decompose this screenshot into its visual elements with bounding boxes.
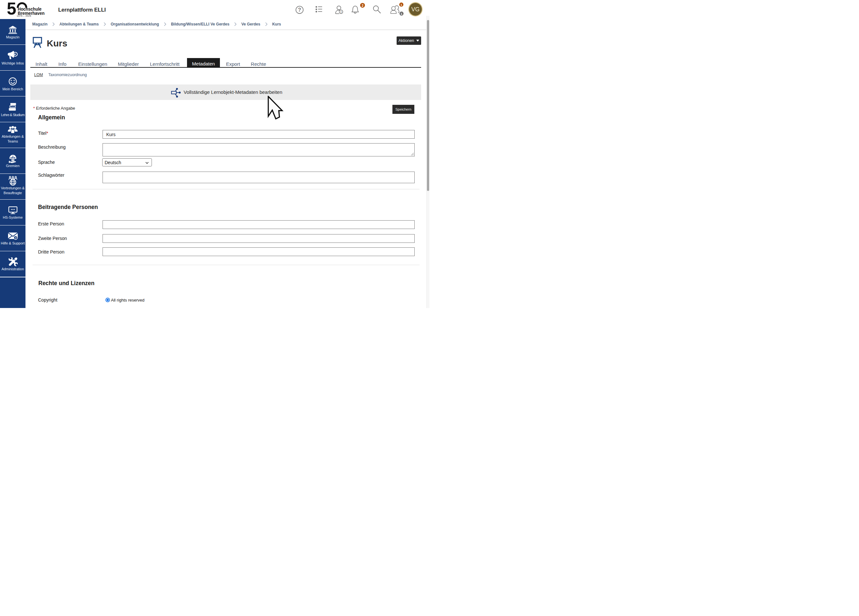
svg-text:1: 1 — [401, 12, 402, 16]
svg-text:VG: VG — [411, 6, 420, 13]
svg-text:?: ? — [298, 7, 301, 13]
svg-text:2: 2 — [361, 3, 363, 8]
svg-text:1: 1 — [400, 3, 402, 6]
svg-text:?: ? — [15, 236, 16, 239]
svg-text:!: ! — [340, 10, 342, 14]
